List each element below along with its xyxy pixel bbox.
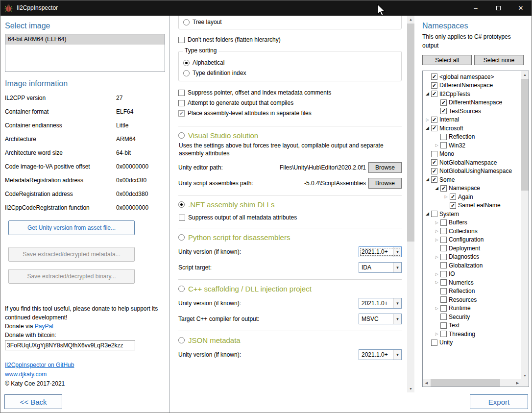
checkbox[interactable]: ✓ [431,91,437,97]
minimize-button[interactable]: – [464,0,487,16]
tree-item[interactable]: Unity [423,339,521,347]
type-sorting-option[interactable]: Alphabetical [183,59,396,67]
tree-item[interactable]: ▷Collections [423,227,521,236]
checkbox[interactable] [440,219,447,226]
combo-box[interactable]: 2021.1.0+▾ [359,349,402,360]
tree-item[interactable]: ✓NotGlobalNamespace [423,158,521,167]
tree-expander-icon[interactable]: ▷ [433,142,440,148]
browse-button[interactable]: Browse [368,178,402,189]
tree-expander-icon[interactable]: ◢ [424,125,431,131]
tree-item[interactable]: Reflection [423,133,521,142]
tree-item[interactable]: ◢System [423,210,521,219]
tree-item[interactable]: ▷✓Again [423,193,521,201]
output-section-header[interactable]: .NET assembly shim DLLs [178,200,402,209]
combo-box[interactable]: 2021.1.0+▾ [359,246,402,257]
tree-item[interactable]: ▷Numerics [423,278,521,287]
tree-expander-icon[interactable]: ◢ [424,211,431,217]
checkbox[interactable] [440,305,447,312]
tree-expander-icon[interactable]: ◢ [433,185,440,192]
combo-box[interactable]: MSVC▾ [359,314,402,324]
path-value[interactable]: -5.0.4\ScriptAssemblies [304,180,366,187]
checkbox[interactable]: ✓ [450,194,456,200]
scroll-down-icon[interactable]: ▼ [407,385,414,392]
bitcoin-address-input[interactable] [5,340,135,350]
scroll-left-icon[interactable]: ◀ [423,379,430,387]
get-unity-version-button[interactable]: Get Unity version from asset file... [8,220,135,235]
scroll-down-icon[interactable]: ▼ [521,372,529,379]
tree-item[interactable]: ▷Win32 [423,141,521,150]
tree-item[interactable]: Text [423,321,521,330]
tree-item[interactable]: Resources [423,295,521,304]
tree-item[interactable]: ◢✓Some [423,175,521,184]
output-section-header[interactable]: Python script for disassemblers [178,233,402,242]
scroll-up-icon[interactable]: ▲ [521,71,529,78]
option-checkbox-row[interactable]: Suppress output of all metadata attribut… [179,214,402,221]
tree-item[interactable]: ▷Runtime [423,304,521,313]
option-checkbox-row[interactable]: Suppress pointer, offset and index metad… [178,89,407,97]
tree-item[interactable]: ✓DifferentNamespace [423,98,521,107]
scrollbar-thumb[interactable] [521,79,529,191]
type-sorting-option[interactable]: Type definition index [183,69,396,77]
tree-expander-icon[interactable]: ◢ [424,176,431,183]
tree-item[interactable]: ✓DifferentNamespace [423,81,521,90]
tree-item[interactable]: ✓TestSources [423,107,521,116]
scroll-right-icon[interactable]: ▶ [514,379,521,387]
checkbox[interactable]: ✓ [440,185,447,192]
tree-item[interactable]: ◢✓Il2CppTests [423,90,521,98]
tree-item[interactable]: Mono [423,150,521,159]
checkbox[interactable] [440,296,447,303]
tree-item[interactable]: Security [423,313,521,321]
tree-expander-icon[interactable]: ▷ [433,219,440,226]
tree-expander-icon[interactable]: ▷ [433,305,440,312]
checkbox[interactable] [440,134,447,140]
output-section-header[interactable]: Visual Studio solution [178,131,402,140]
close-button[interactable]: ✕ [509,0,532,16]
tree-expander-icon[interactable]: ▷ [433,228,440,234]
checkbox[interactable] [440,288,447,294]
export-button[interactable]: Export [470,394,528,409]
tree-expander-icon[interactable]: ▷ [442,194,450,200]
checkbox[interactable] [440,314,447,320]
tree-expander-icon[interactable]: ▷ [433,331,440,337]
checkbox[interactable] [440,279,447,286]
checkbox[interactable] [440,254,447,260]
checkbox[interactable] [440,237,447,243]
scroll-up-icon[interactable]: ▲ [407,16,414,23]
image-listbox[interactable]: 64-bit ARM64 (ELF64) [5,34,165,72]
paypal-link[interactable]: PayPal [35,323,53,330]
tree-item[interactable]: Reflection [423,287,521,296]
output-section-header[interactable]: JSON metadata [178,336,402,344]
checkbox[interactable] [440,262,447,268]
checkbox[interactable] [440,271,447,277]
output-section-header[interactable]: C++ scaffolding / DLL injection project [178,285,402,293]
checkbox[interactable] [440,245,447,251]
checkbox[interactable]: ✓ [431,159,437,166]
tree-item[interactable]: ▷Diagnostics [423,253,521,262]
tree-expander-icon[interactable]: ▷ [433,254,440,260]
tree-item[interactable]: ▷Buffers [423,219,521,227]
checkbox[interactable]: ✓ [431,82,437,89]
flatten-checkbox-row[interactable]: Don't nest folders (flatten hierarchy) [178,36,407,44]
checkbox[interactable] [431,151,437,157]
scrollbar-thumb[interactable] [431,379,500,387]
checkbox[interactable]: ✓ [431,117,437,123]
tree-expander-icon[interactable]: ◢ [424,91,431,97]
maximize-button[interactable] [487,0,509,16]
checkbox[interactable] [431,211,437,217]
website-link[interactable]: www.djkaty.com [5,371,47,378]
checkbox[interactable]: ✓ [431,73,437,80]
checkbox[interactable] [440,228,447,234]
checkbox[interactable] [440,142,447,148]
checkbox[interactable]: ✓ [431,168,437,174]
checkbox[interactable] [440,331,447,337]
tree-item[interactable]: ✓NotGlobalUsingNamespace [423,167,521,176]
github-link[interactable]: Il2CppInspector on GitHub [5,362,74,368]
tree-item[interactable]: Globalization [423,261,521,270]
tree-item[interactable]: Deployment [423,244,521,253]
tree-item[interactable]: ▷Configuration [423,236,521,244]
tree-item[interactable]: ▷Threading [423,330,521,339]
checkbox[interactable]: ✓ [431,176,437,183]
tree-expander-icon[interactable]: ▷ [424,117,431,123]
tree-expander-icon[interactable]: ▷ [433,279,440,286]
checkbox[interactable]: ✓ [440,99,447,106]
